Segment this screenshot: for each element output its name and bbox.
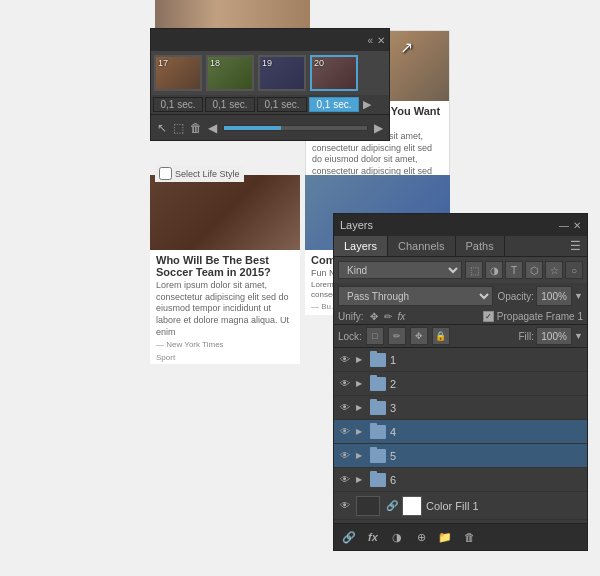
filter-toggle-btn[interactable]: ○: [565, 261, 583, 279]
add-fill-btn[interactable]: ◑: [388, 528, 406, 546]
filmstrip-toolbar: ↖ ⬚ 🗑 ◀ ▶: [151, 114, 389, 140]
lock-draw-btn[interactable]: ✏: [388, 327, 406, 345]
unify-position-btn[interactable]: ✥: [370, 311, 378, 322]
tab-menu-icon[interactable]: ☰: [570, 239, 581, 253]
lock-label: Lock:: [338, 331, 362, 342]
blend-opacity-row: Pass Through Normal Multiply Screen Opac…: [334, 283, 587, 309]
expand-arrow-1[interactable]: ▶: [356, 355, 366, 364]
layer-row-5[interactable]: 👁 ▶ 5: [334, 444, 587, 468]
fill-input[interactable]: [536, 327, 572, 345]
filmstrip-frame-17[interactable]: 17: [153, 55, 203, 91]
select-life-row[interactable]: Select Life Style: [155, 165, 244, 182]
expand-arrow-3[interactable]: ▶: [356, 403, 366, 412]
folder-icon-6: [370, 473, 386, 487]
eye-icon-1[interactable]: 👁: [338, 353, 352, 367]
thumb-num-20: 20: [314, 58, 324, 68]
lock-pixel-btn[interactable]: □: [366, 327, 384, 345]
layers-close-btn[interactable]: ✕: [573, 220, 581, 231]
tab-layers[interactable]: Layers: [334, 236, 388, 256]
opacity-input[interactable]: [536, 286, 572, 306]
expand-arrow-2[interactable]: ▶: [356, 379, 366, 388]
tab-strip: Layers Channels Paths ☰: [334, 236, 587, 257]
thumb-num-18: 18: [210, 58, 220, 68]
layers-panel-title: Layers: [340, 219, 373, 231]
nav-arrow[interactable]: ▶: [363, 97, 371, 112]
filmstrip-frame-18[interactable]: 18: [205, 55, 255, 91]
tool-delete-icon[interactable]: 🗑: [190, 121, 202, 135]
lock-move-btn[interactable]: ✥: [410, 327, 428, 345]
filmstrip-frame-20[interactable]: 20: [309, 55, 359, 91]
filter-adjust-btn[interactable]: ◑: [485, 261, 503, 279]
opacity-arrow[interactable]: ▼: [574, 291, 583, 301]
filter-smart-btn[interactable]: ☆: [545, 261, 563, 279]
delete-layer-btn[interactable]: 🗑: [460, 528, 478, 546]
filmstrip-collapse-btn[interactable]: «: [367, 35, 373, 46]
filmstrip-thumbs: 17 18 19 20: [151, 51, 389, 95]
select-life-label: Select Life Style: [175, 169, 240, 179]
filmstrip-frame-19[interactable]: 19: [257, 55, 307, 91]
unify-propagate-row: Unify: ✥ ✏ fx ✓ Propagate Frame 1: [334, 309, 587, 325]
layer-row-color-fill[interactable]: 👁 🔗 Color Fill 1: [334, 492, 587, 520]
thumb-box-17[interactable]: 17: [154, 55, 202, 91]
fill-arrow[interactable]: ▼: [574, 331, 583, 341]
expand-arrow-6[interactable]: ▶: [356, 475, 366, 484]
tool-back-icon[interactable]: ◀: [208, 121, 217, 135]
opacity-label: Opacity:: [497, 291, 534, 302]
thumb-box-19[interactable]: 19: [258, 55, 306, 91]
tool-forward-icon[interactable]: ▶: [374, 121, 383, 135]
tool-copy-icon[interactable]: ⬚: [173, 121, 184, 135]
fx-btn[interactable]: fx: [364, 528, 382, 546]
filter-pixel-btn[interactable]: ⬚: [465, 261, 483, 279]
propagate-checkbox[interactable]: ✓: [483, 311, 494, 322]
filter-text-btn[interactable]: T: [505, 261, 523, 279]
eye-icon-2[interactable]: 👁: [338, 377, 352, 391]
fill-label: Fill:: [519, 331, 535, 342]
layers-minimize-btn[interactable]: —: [559, 220, 569, 231]
filmstrip-close-btn[interactable]: ✕: [377, 35, 385, 46]
tab-menu[interactable]: ☰: [570, 236, 587, 256]
unify-fx-btn[interactable]: fx: [398, 311, 406, 322]
layer-row-4[interactable]: 👁 ▶ 4: [334, 420, 587, 444]
duration-19[interactable]: 0,1 sec.: [257, 97, 307, 112]
eye-icon-3[interactable]: 👁: [338, 401, 352, 415]
filter-icons: ⬚ ◑ T ⬡ ☆ ○: [465, 261, 583, 279]
expand-arrow-4[interactable]: ▶: [356, 427, 366, 436]
blend-mode-select[interactable]: Pass Through Normal Multiply Screen: [338, 286, 493, 306]
eye-icon-4[interactable]: 👁: [338, 425, 352, 439]
folder-icon-2: [370, 377, 386, 391]
filter-shape-btn[interactable]: ⬡: [525, 261, 543, 279]
duration-20[interactable]: 0,1 sec.: [309, 97, 359, 112]
layer-row-3[interactable]: 👁 ▶ 3: [334, 396, 587, 420]
eye-icon-color-fill[interactable]: 👁: [338, 499, 352, 513]
layer-row-2[interactable]: 👁 ▶ 2: [334, 372, 587, 396]
link-layers-btn[interactable]: 🔗: [340, 528, 358, 546]
folder-icon-3: [370, 401, 386, 415]
folder-icon-4: [370, 425, 386, 439]
new-group-btn[interactable]: ⊕: [412, 528, 430, 546]
layers-list: 👁 ▶ 1 👁 ▶ 2 👁 ▶ 3 👁 ▶ 4 👁: [334, 348, 587, 523]
propagate-label: Propagate Frame 1: [497, 311, 583, 322]
duration-17[interactable]: 0,1 sec.: [153, 97, 203, 112]
lock-fill-row: Lock: □ ✏ ✥ 🔒 Fill: ▼: [334, 325, 587, 348]
layer-name-4: 4: [390, 426, 583, 438]
tool-select-icon[interactable]: ↖: [157, 121, 167, 135]
article-card-left-bottom: Who Will Be The Best Soccer Team in 2015…: [150, 175, 300, 364]
color-fill-name: Color Fill 1: [426, 500, 583, 512]
eye-icon-5[interactable]: 👁: [338, 449, 352, 463]
tab-channels[interactable]: Channels: [388, 236, 455, 256]
tab-paths[interactable]: Paths: [456, 236, 505, 256]
new-layer-btn[interactable]: 📁: [436, 528, 454, 546]
unify-paint-btn[interactable]: ✏: [384, 311, 392, 322]
layer-filter-select[interactable]: Kind: [338, 261, 462, 279]
select-life-checkbox[interactable]: [159, 167, 172, 180]
eye-icon-6[interactable]: 👁: [338, 473, 352, 487]
expand-arrow-5[interactable]: ▶: [356, 451, 366, 460]
duration-18[interactable]: 0,1 sec.: [205, 97, 255, 112]
lock-all-btn[interactable]: 🔒: [432, 327, 450, 345]
layer-row-6[interactable]: 👁 ▶ 6: [334, 468, 587, 492]
layer-name-6: 6: [390, 474, 583, 486]
thumb-box-18[interactable]: 18: [206, 55, 254, 91]
layer-row-1[interactable]: 👁 ▶ 1: [334, 348, 587, 372]
thumb-box-20[interactable]: 20: [310, 55, 358, 91]
propagate-container: ✓ Propagate Frame 1: [483, 311, 583, 322]
